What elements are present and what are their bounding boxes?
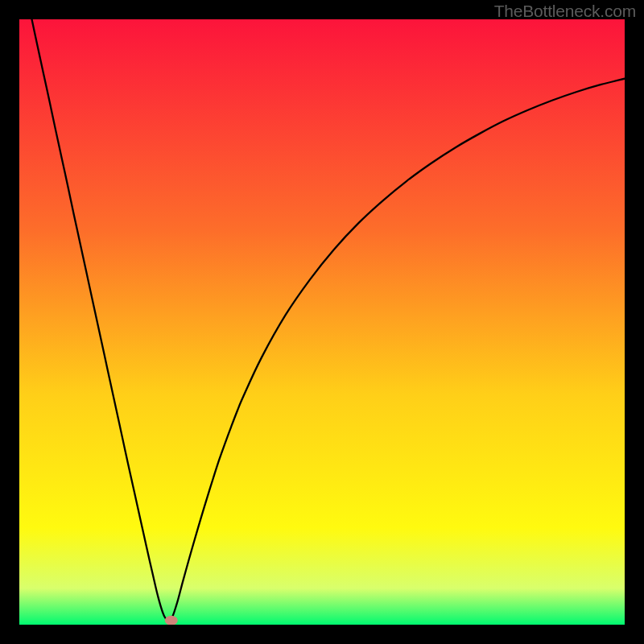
gradient-background xyxy=(19,19,625,625)
plot-svg xyxy=(19,19,625,625)
chart-frame: TheBottleneck.com xyxy=(0,0,644,644)
bottleneck-plot xyxy=(19,19,625,625)
attribution-text: TheBottleneck.com xyxy=(494,2,636,21)
